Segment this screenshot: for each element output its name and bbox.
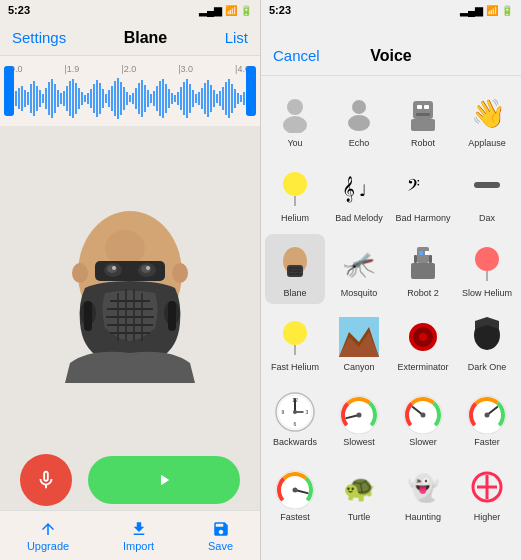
svg-point-141 bbox=[419, 333, 427, 341]
svg-rect-22 bbox=[78, 88, 80, 109]
left-bottom-bar: Upgrade Import Save bbox=[0, 510, 260, 560]
voice-item-mosquito[interactable]: 🦟Mosquito bbox=[329, 234, 389, 305]
svg-point-89 bbox=[146, 266, 150, 270]
record-controls bbox=[0, 450, 260, 510]
voice-item-slow-helium[interactable]: Slow Helium bbox=[457, 234, 517, 305]
svg-point-134 bbox=[283, 321, 307, 345]
import-icon bbox=[130, 520, 148, 538]
svg-rect-8 bbox=[36, 86, 38, 111]
voice-item-helium[interactable]: Helium bbox=[265, 159, 325, 230]
import-label: Import bbox=[123, 540, 154, 552]
svg-rect-12 bbox=[48, 82, 50, 115]
voice-item-robot-2[interactable]: Robot 2 bbox=[393, 234, 453, 305]
svg-rect-45 bbox=[147, 90, 149, 107]
upgrade-label: Upgrade bbox=[27, 540, 69, 552]
svg-point-158 bbox=[421, 413, 426, 418]
right-status-icons: ▂▄▆ 📶 🔋 bbox=[460, 5, 513, 16]
voice-label-haunting: Haunting bbox=[405, 512, 441, 523]
voice-item-canyon[interactable]: Canyon bbox=[329, 308, 389, 379]
voice-item-haunting[interactable]: 👻Haunting bbox=[393, 458, 453, 529]
svg-rect-131 bbox=[429, 255, 432, 263]
svg-text:👻: 👻 bbox=[407, 472, 440, 504]
voice-icon-mosquito: 🦟 bbox=[336, 240, 382, 286]
voice-icon-you bbox=[272, 90, 318, 136]
right-time: 5:23 bbox=[269, 4, 291, 16]
svg-rect-44 bbox=[144, 85, 146, 112]
cancel-button[interactable]: Cancel bbox=[273, 47, 323, 64]
waveform-visual bbox=[4, 76, 256, 121]
svg-rect-5 bbox=[27, 92, 29, 105]
svg-rect-57 bbox=[183, 82, 185, 115]
voice-item-slower[interactable]: Slower bbox=[393, 383, 453, 454]
voice-item-backwards[interactable]: 12 3 6 9 Backwards bbox=[265, 383, 325, 454]
voice-icon-robot bbox=[400, 90, 446, 136]
play-button[interactable] bbox=[88, 456, 240, 504]
voice-item-bad-melody[interactable]: 𝄞♩Bad Melody bbox=[329, 159, 389, 230]
right-panel: 5:23 ▂▄▆ 📶 🔋 Cancel Voice YouEchoRobot👋A… bbox=[261, 0, 521, 560]
waveform-handle-left[interactable] bbox=[4, 66, 14, 116]
svg-rect-74 bbox=[234, 89, 236, 108]
upgrade-button[interactable]: Upgrade bbox=[27, 520, 69, 552]
voice-item-blane[interactable]: Blane bbox=[265, 234, 325, 305]
waveform-handle-right[interactable] bbox=[246, 66, 256, 116]
svg-rect-63 bbox=[201, 88, 203, 109]
svg-rect-93 bbox=[168, 301, 176, 331]
svg-rect-50 bbox=[162, 79, 164, 118]
save-button[interactable]: Save bbox=[208, 520, 233, 552]
voice-label-faster: Faster bbox=[474, 437, 500, 448]
svg-rect-28 bbox=[96, 80, 98, 117]
svg-rect-3 bbox=[21, 86, 23, 111]
svg-rect-68 bbox=[216, 94, 218, 103]
svg-rect-35 bbox=[117, 78, 119, 119]
svg-rect-32 bbox=[108, 90, 110, 107]
battery-icon: 🔋 bbox=[240, 5, 252, 16]
voice-label-helium: Helium bbox=[281, 213, 309, 224]
voice-item-fast-helium[interactable]: Fast Helium bbox=[265, 308, 325, 379]
upgrade-icon bbox=[39, 520, 57, 538]
right-wifi-icon: 📶 bbox=[486, 5, 498, 16]
voice-item-faster[interactable]: Faster bbox=[457, 383, 517, 454]
voice-item-you[interactable]: You bbox=[265, 84, 325, 155]
svg-rect-39 bbox=[129, 95, 131, 102]
import-button[interactable]: Import bbox=[123, 520, 154, 552]
voice-icon-fast-helium bbox=[272, 314, 318, 360]
voice-item-higher[interactable]: Higher bbox=[457, 458, 517, 529]
waveform-area: 0.0 |1.9 |2.0 |3.0 |4.0 bbox=[0, 56, 260, 126]
svg-rect-18 bbox=[66, 86, 68, 111]
svg-rect-129 bbox=[425, 251, 429, 255]
svg-point-161 bbox=[485, 413, 490, 418]
svg-rect-128 bbox=[419, 251, 423, 255]
svg-text:3: 3 bbox=[306, 409, 309, 415]
voice-item-turtle[interactable]: 🐢Turtle bbox=[329, 458, 389, 529]
voice-item-slowest[interactable]: Slowest bbox=[329, 383, 389, 454]
voice-item-robot[interactable]: Robot bbox=[393, 84, 453, 155]
svg-rect-34 bbox=[114, 81, 116, 116]
voice-item-dark-one[interactable]: Dark One bbox=[457, 308, 517, 379]
svg-rect-110 bbox=[416, 113, 430, 116]
voice-item-bad-harmony[interactable]: 𝄢Bad Harmony bbox=[393, 159, 453, 230]
voice-item-exterminator[interactable]: Exterminator bbox=[393, 308, 453, 379]
right-status-bar: 5:23 ▂▄▆ 📶 🔋 bbox=[261, 0, 521, 20]
svg-rect-107 bbox=[413, 101, 433, 119]
svg-rect-62 bbox=[198, 92, 200, 105]
voice-item-dax[interactable]: Dax bbox=[457, 159, 517, 230]
svg-rect-19 bbox=[69, 81, 71, 116]
svg-rect-31 bbox=[105, 94, 107, 103]
list-button[interactable]: List bbox=[225, 29, 248, 46]
voice-item-echo[interactable]: Echo bbox=[329, 84, 389, 155]
svg-point-104 bbox=[283, 116, 307, 133]
voice-icon-echo bbox=[336, 90, 382, 136]
voice-icon-haunting: 👻 bbox=[400, 464, 446, 510]
left-time: 5:23 bbox=[8, 4, 30, 16]
left-status-icons: ▂▄▆ 📶 🔋 bbox=[199, 5, 252, 16]
svg-rect-29 bbox=[99, 83, 101, 114]
svg-rect-59 bbox=[189, 84, 191, 113]
voice-item-fastest[interactable]: Fastest bbox=[265, 458, 325, 529]
voice-icon-slow-helium bbox=[464, 240, 510, 286]
svg-rect-16 bbox=[60, 93, 62, 104]
svg-point-155 bbox=[357, 413, 362, 418]
settings-button[interactable]: Settings bbox=[12, 29, 66, 46]
record-button[interactable] bbox=[20, 454, 72, 506]
svg-rect-11 bbox=[45, 88, 47, 109]
voice-item-applause[interactable]: 👋Applause bbox=[457, 84, 517, 155]
